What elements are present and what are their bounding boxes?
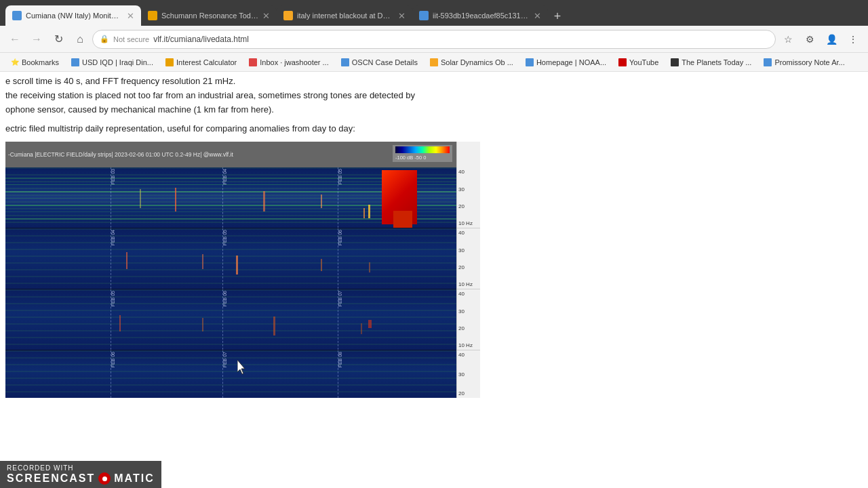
bookmark-label-youtube: YouTube: [629, 58, 658, 66]
recorded-with-label: RECORDED WITH: [7, 464, 155, 472]
tab-iit[interactable]: iit-593db19eacdaef85c131338... ✕: [412, 5, 548, 26]
bookmark-label-usd: USD IQD | Iraqi Din...: [82, 58, 153, 66]
scale-row-3: 40 30 20 10 Hz: [456, 289, 480, 350]
tab-schumann[interactable]: Schumann Resonance Today ... ✕: [141, 5, 277, 26]
tab-label-schumann: Schumann Resonance Today ...: [161, 12, 258, 20]
matic-label: MATIC: [114, 472, 154, 485]
bookmark-favicon: ⭐: [11, 58, 19, 66]
tab-close-iit[interactable]: ✕: [534, 11, 541, 21]
spec-row-2: FEB 04 FEB 05 FEB 06: [5, 228, 456, 289]
bookmark-favicon-interest: [165, 58, 174, 66]
bookmark-oscn[interactable]: OSCN Case Details: [336, 55, 423, 70]
tab-favicon-schumann: [148, 11, 157, 20]
new-tab-button[interactable]: +: [548, 7, 567, 26]
spec-row-4: FEB 06 FEB 07 FEB 08: [5, 350, 456, 398]
bookmark-interest[interactable]: Interest Calculator: [160, 55, 242, 70]
tab-close-schumann[interactable]: ✕: [262, 11, 270, 21]
refresh-button[interactable]: ↻: [49, 30, 68, 49]
bookmark-favicon-planets: [671, 58, 679, 66]
bookmark-label: Bookmarks: [22, 58, 59, 66]
home-button[interactable]: ⌂: [71, 30, 90, 49]
screencast-label: SCREENCAST: [7, 472, 95, 485]
scale-row-2: 40 30 20 10 Hz: [456, 228, 480, 289]
tab-favicon-iit: [419, 11, 429, 20]
tab-italy[interactable]: italy internet blackout at DuckDu... ✕: [277, 5, 412, 26]
bookmark-label-oscn: OSCN Case Details: [352, 58, 418, 66]
page-text-block: e scroll time is 40 s, and FFT frequency…: [5, 72, 863, 139]
nav-bar: ← → ↻ ⌂ 🔒 Not secure vlf.it/cumiana/live…: [0, 26, 868, 53]
bookmark-label-interest: Interest Calculator: [176, 58, 237, 66]
bookmark-solar[interactable]: Solar Dynamics Ob ...: [425, 55, 519, 70]
tab-cumiana[interactable]: Cumiana (NW Italy) Monitoring ... ✕: [5, 5, 141, 26]
color-scale-label: -100 dB -50 0: [395, 155, 426, 161]
spectrogram-title: -Cumiana |ELECTRIC FIELD/daily strips| 2…: [8, 151, 233, 158]
forward-button[interactable]: →: [27, 30, 46, 49]
tab-close-cumiana[interactable]: ✕: [127, 11, 134, 21]
spectrogram-main: -Cumiana |ELECTRIC FIELD/daily strips| 2…: [5, 142, 456, 398]
page-content: e scroll time is 40 s, and FFT frequency…: [0, 72, 868, 488]
tab-close-italy[interactable]: ✕: [398, 11, 406, 21]
spectrogram-header: -Cumiana |ELECTRIC FIELD/daily strips| 2…: [5, 142, 456, 167]
extensions-button[interactable]: ⚙: [800, 30, 819, 49]
screencast-brand: SCREENCAST MATIC: [7, 472, 155, 485]
bookmark-favicon-solar: [430, 58, 438, 66]
back-button[interactable]: ←: [5, 30, 24, 49]
security-icon: 🔒: [100, 35, 109, 43]
spec-row-3: FEB 05 FEB 06 FEB 07: [5, 289, 456, 350]
bookmark-favicon-inbox: [249, 58, 257, 66]
tab-label-cumiana: Cumiana (NW Italy) Monitoring ...: [26, 12, 123, 20]
tab-label-italy: italy internet blackout at DuckDu...: [297, 12, 394, 20]
text-line-3: ophone sensor, caused by mechanical mach…: [5, 103, 863, 117]
branding-overlay: RECORDED WITH SCREENCAST MATIC: [0, 461, 161, 488]
bookmark-youtube[interactable]: YouTube: [613, 55, 664, 70]
text-line-4: ectric filed multistrip daily representa…: [5, 122, 863, 136]
record-button-icon: [98, 472, 111, 485]
bookmark-label-noaa: Homepage | NOAA...: [536, 58, 606, 66]
scale-row-1: 40 30 20 10 Hz: [456, 167, 480, 228]
profile-button[interactable]: 👤: [822, 30, 841, 49]
bookmark-favicon-promissory: [764, 58, 772, 66]
text-line-1: e scroll time is 40 s, and FFT frequency…: [5, 75, 863, 89]
bookmark-label-planets: The Planets Today ...: [682, 58, 751, 66]
bookmark-star-button[interactable]: ☆: [778, 30, 797, 49]
bookmark-bookmarks[interactable]: ⭐ Bookmarks: [5, 55, 64, 70]
bookmark-promissory[interactable]: Promissory Note Ar...: [758, 55, 850, 70]
spectrogram-section: -Cumiana |ELECTRIC FIELD/daily strips| 2…: [5, 142, 863, 398]
bookmarks-bar: ⭐ Bookmarks USD IQD | Iraqi Din... Inter…: [0, 53, 868, 72]
menu-button[interactable]: ⋮: [844, 30, 863, 49]
bookmark-label-inbox: Inbox · jwashooter ...: [260, 58, 329, 66]
tab-favicon-italy: [283, 11, 293, 20]
address-bar[interactable]: 🔒 Not secure vlf.it/cumiana/livedata.htm…: [92, 30, 776, 49]
bookmark-favicon-youtube: [618, 58, 627, 66]
scale-row-4: 40 30 20: [456, 350, 480, 398]
browser-chrome: Cumiana (NW Italy) Monitoring ... ✕ Schu…: [0, 0, 868, 72]
bookmark-favicon-noaa: [526, 58, 534, 66]
tab-bar: Cumiana (NW Italy) Monitoring ... ✕ Schu…: [0, 0, 868, 26]
bookmark-usd[interactable]: USD IQD | Iraqi Din...: [66, 55, 159, 70]
bookmark-favicon-oscn: [341, 58, 349, 66]
security-label: Not secure: [113, 35, 149, 43]
address-text: vlf.it/cumiana/livedata.html: [153, 35, 768, 44]
color-scale: -100 dB -50 0: [393, 145, 452, 162]
bookmark-label-solar: Solar Dynamics Ob ...: [441, 58, 513, 66]
tab-favicon-cumiana: [12, 11, 22, 20]
spec-row-1: FEB 03 FEB 04 FEB 05: [5, 167, 456, 228]
bookmark-noaa[interactable]: Homepage | NOAA...: [520, 55, 612, 70]
tab-label-iit: iit-593db19eacdaef85c131338...: [433, 12, 530, 20]
bookmark-favicon-usd: [71, 58, 79, 66]
bookmark-label-promissory: Promissory Note Ar...: [774, 58, 844, 66]
bookmark-planets[interactable]: The Planets Today ...: [665, 55, 757, 70]
bookmark-inbox[interactable]: Inbox · jwashooter ...: [243, 55, 334, 70]
frequency-scale: 40 30 20 10 Hz 40 30 20 10 Hz 40 30 20: [456, 142, 480, 398]
text-line-2: the receiving station is placed not too …: [5, 89, 863, 103]
